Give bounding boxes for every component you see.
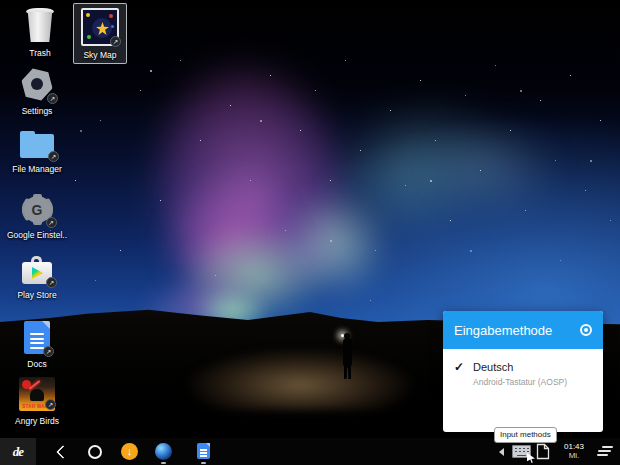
desktop-icon-trash[interactable]: Trash (12, 8, 68, 58)
folder-icon: ↗ (19, 131, 55, 159)
shortcut-arrow-badge: ↗ (45, 399, 56, 410)
desktop-icon-google-settings[interactable]: G ↗ Google Einstel.. (9, 194, 65, 240)
desktop-icon-file-manager[interactable]: ↗ File Manager (9, 131, 65, 174)
desktop-icon-label: Sky Map (83, 50, 116, 60)
desktop-icon-play-store[interactable]: ↗ Play Store (9, 255, 65, 300)
clock[interactable]: 01:43 Mi. (556, 442, 592, 460)
settings-hexnut-icon: ↗ (20, 68, 54, 101)
desktop-icon-label: Play Store (17, 290, 56, 300)
notifications-menu-icon[interactable] (597, 446, 613, 458)
desktop-icon-label: Settings (22, 106, 53, 116)
dialog-title: Eingabemethode (454, 323, 552, 338)
download-button[interactable]: ↓ (121, 443, 138, 460)
aurora-faint-glow (430, 118, 560, 218)
ground-light-patch (185, 348, 415, 410)
input-method-sublabel: Android-Tastatur (AOSP) (473, 377, 567, 387)
jide-logo: de (13, 444, 23, 460)
check-icon: ✓ (454, 361, 464, 373)
dialog-header: Eingabemethode (443, 311, 603, 349)
input-method-option-deutsch[interactable]: ✓ Deutsch Android-Tastatur (AOSP) (443, 349, 603, 387)
input-methods-tooltip: Input methods (494, 427, 557, 443)
file-page-tray-icon[interactable] (536, 443, 550, 464)
docs-icon: ↗ (24, 321, 50, 354)
mouse-cursor (527, 453, 535, 463)
aurora-pale-glow (280, 190, 390, 300)
running-app-indicator (161, 462, 166, 464)
home-button-icon[interactable] (88, 445, 102, 459)
running-app-indicator (201, 462, 206, 464)
start-button[interactable]: de (0, 438, 36, 465)
input-method-label: Deutsch (473, 361, 567, 373)
clock-time: 01:43 (556, 442, 592, 451)
tray-expand-icon[interactable] (499, 448, 504, 456)
shortcut-arrow-badge: ↗ (46, 217, 57, 228)
desktop-icon-label: File Manager (12, 164, 62, 174)
down-arrow-icon: ↓ (127, 445, 133, 457)
shortcut-arrow-badge: ↗ (47, 93, 58, 104)
desktop-icon-angry-birds[interactable]: STAR WARS ↗ Angry Birds (9, 377, 65, 426)
input-method-keyboard-icon[interactable] (512, 445, 531, 458)
shortcut-arrow-badge: ↗ (43, 346, 54, 357)
dialog-settings-gear-icon[interactable] (580, 324, 592, 336)
shortcut-arrow-badge: ↗ (48, 151, 59, 162)
desktop-icon-docs[interactable]: ↗ Docs (9, 321, 65, 369)
desktop-icon-label: Docs (27, 359, 46, 369)
desktop-icon-sky-map[interactable]: ↗ Sky Map (73, 3, 127, 64)
clock-day: Mi. (556, 451, 592, 460)
docs-taskbar-icon[interactable] (197, 443, 210, 459)
starfield-bright (0, 0, 2, 2)
desktop-icon-settings[interactable]: ↗ Settings (9, 68, 65, 116)
play-store-icon: ↗ (21, 255, 53, 285)
shortcut-arrow-badge: ↗ (46, 277, 57, 288)
person-silhouette (341, 333, 353, 381)
sky-map-icon: ↗ (81, 8, 119, 46)
desktop-icon-label: Google Einstel.. (7, 230, 67, 240)
back-button-icon[interactable] (56, 445, 70, 459)
trash-icon (24, 8, 56, 43)
input-method-dialog: Eingabemethode ✓ Deutsch Android-Tastatu… (443, 311, 603, 432)
browser-globe-icon[interactable] (155, 443, 172, 460)
desktop-icon-label: Angry Birds (15, 416, 59, 426)
shortcut-arrow-badge: ↗ (110, 36, 121, 47)
desktop-icon-label: Trash (29, 48, 50, 58)
google-gear-icon: G ↗ (22, 194, 53, 225)
